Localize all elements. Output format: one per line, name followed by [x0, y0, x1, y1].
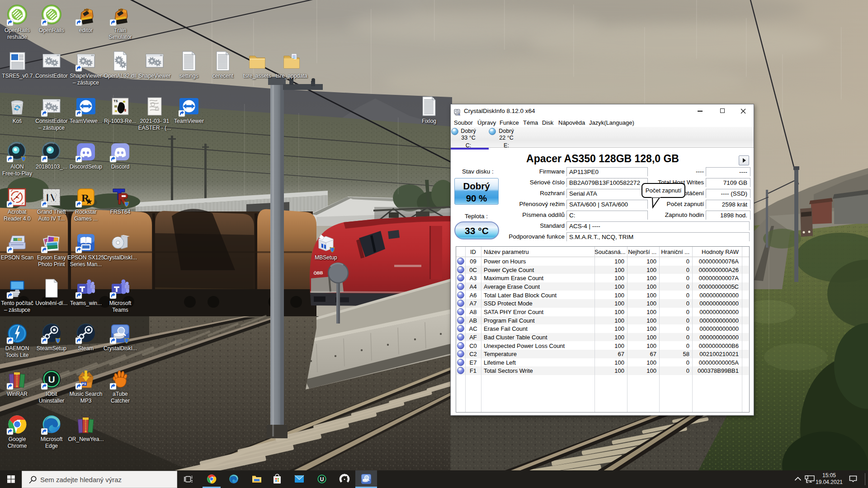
svg-text:U: U: [48, 374, 55, 385]
svg-text:P3: P3: [82, 382, 86, 386]
svg-text:TS: TS: [113, 99, 118, 103]
svg-text:U: U: [320, 476, 324, 483]
svg-text:ÖBB: ÖBB: [313, 270, 323, 276]
